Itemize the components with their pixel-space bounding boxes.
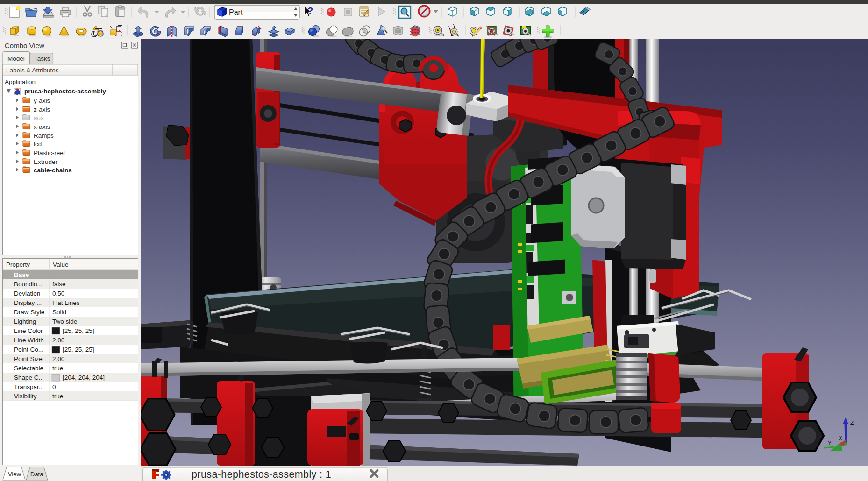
svg-text:Point Size: Point Size [14, 355, 43, 362]
svg-text:[25, 25, 25]: [25, 25, 25] [63, 327, 94, 334]
svg-text:Y: Y [828, 440, 832, 446]
svg-text:Value: Value [53, 261, 69, 268]
svg-text:Data: Data [30, 471, 43, 478]
svg-text:Labels & Attributes: Labels & Attributes [6, 67, 59, 74]
svg-text:2,00: 2,00 [52, 355, 64, 362]
svg-text:Boundin...: Boundin... [14, 281, 43, 288]
svg-text:Display ...: Display ... [14, 299, 42, 306]
svg-text:[25, 25, 25]: [25, 25, 25] [63, 346, 94, 353]
svg-text:Extruder: Extruder [34, 158, 58, 165]
svg-text:Line Width: Line Width [14, 337, 44, 344]
svg-text:?: ? [307, 6, 313, 16]
svg-text:2,00: 2,00 [52, 337, 64, 344]
svg-text:Property: Property [6, 261, 30, 268]
svg-text:true: true [52, 393, 63, 400]
svg-text:Z: Z [850, 420, 854, 426]
svg-text:0: 0 [52, 383, 56, 390]
svg-text:[204, 204, 204]: [204, 204, 204] [63, 374, 105, 381]
svg-text:Transpar...: Transpar... [14, 383, 44, 390]
svg-text:Solid: Solid [52, 309, 66, 316]
svg-text:Plastic-reel: Plastic-reel [34, 149, 65, 156]
svg-text:Visibility: Visibility [14, 393, 37, 400]
svg-text:true: true [52, 365, 63, 372]
svg-text:prusa-hephestos-assembly : 1: prusa-hephestos-assembly : 1 [192, 469, 331, 480]
svg-text:Two side: Two side [52, 318, 77, 325]
svg-text:aux: aux [34, 114, 44, 121]
svg-text:Lighting: Lighting [14, 318, 36, 325]
svg-text:Combo View: Combo View [5, 42, 44, 50]
svg-text:prusa-hephestos-assembly: prusa-hephestos-assembly [24, 88, 106, 95]
svg-text:Base: Base [14, 271, 29, 278]
svg-text:x-axis: x-axis [34, 123, 50, 130]
svg-text:X: X [839, 435, 842, 441]
svg-text:lcd: lcd [34, 141, 42, 148]
svg-text:Line Color: Line Color [14, 327, 43, 334]
svg-text:Shape C...: Shape C... [14, 374, 44, 381]
svg-text:cable-chains: cable-chains [34, 167, 72, 174]
svg-text:Model: Model [7, 55, 25, 62]
svg-text:View: View [8, 471, 21, 478]
svg-text:Part: Part [229, 8, 243, 16]
svg-text:0,50: 0,50 [52, 290, 64, 297]
svg-text:Point Co...: Point Co... [14, 346, 43, 353]
svg-text:z-axis: z-axis [34, 106, 50, 113]
svg-text:y-axis: y-axis [34, 97, 50, 104]
svg-text:Ramps: Ramps [34, 132, 54, 139]
svg-text:Selectable: Selectable [14, 365, 43, 372]
svg-text:Tasks: Tasks [34, 55, 50, 62]
svg-text:Draw Style: Draw Style [14, 309, 44, 316]
svg-text:Deviation: Deviation [14, 290, 40, 297]
svg-text:Application: Application [5, 78, 36, 85]
svg-text:false: false [52, 281, 66, 288]
svg-text:Flat Lines: Flat Lines [52, 299, 80, 306]
